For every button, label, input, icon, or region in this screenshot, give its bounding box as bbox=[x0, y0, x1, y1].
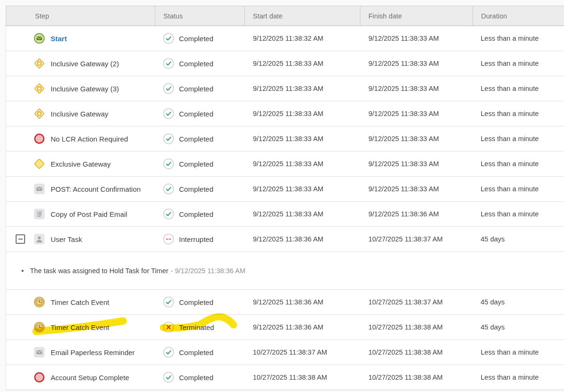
timer-event-icon bbox=[34, 321, 45, 333]
completed-check-icon bbox=[163, 158, 174, 169]
end-event-icon bbox=[34, 372, 45, 383]
status-label: Completed bbox=[179, 210, 214, 218]
duration: Less than a minute bbox=[473, 35, 564, 42]
completed-check-icon bbox=[163, 58, 174, 69]
status-label: Completed bbox=[179, 298, 214, 306]
column-header-duration: Duration bbox=[473, 6, 564, 26]
step-label: Email Paperless Reminder bbox=[51, 348, 135, 356]
duration: 45 days bbox=[473, 323, 564, 331]
terminated-x-icon bbox=[163, 321, 174, 333]
completed-check-icon bbox=[163, 108, 174, 119]
finish-date: 10/27/2025 11:38:37 AM bbox=[360, 298, 473, 306]
task-assignment-note-row: • The task was assigned to Hold Task for… bbox=[6, 252, 564, 290]
table-row: Copy of Post Paid Email Completed 9/12/2… bbox=[6, 202, 564, 227]
bullet-icon: • bbox=[21, 267, 24, 275]
start-date: 9/12/2025 11:38:33 AM bbox=[244, 85, 360, 92]
inclusive-gateway-icon bbox=[34, 83, 45, 94]
start-date: 9/12/2025 11:38:36 AM bbox=[244, 235, 360, 243]
completed-check-icon bbox=[163, 33, 174, 44]
interrupted-dashes-icon bbox=[163, 233, 174, 245]
step-label: No LCR Action Required bbox=[51, 135, 128, 143]
completed-check-icon bbox=[163, 183, 174, 195]
start-date: 9/12/2025 11:38:33 AM bbox=[244, 160, 360, 168]
message-task-icon bbox=[34, 183, 45, 195]
completed-check-icon bbox=[163, 372, 174, 383]
finish-date: 9/12/2025 11:38:36 AM bbox=[360, 210, 473, 218]
status-label: Completed bbox=[179, 374, 214, 382]
note-text: The task was assigned to Hold Task for T… bbox=[30, 267, 168, 275]
table-row: Account Setup Complete Completed 10/27/2… bbox=[6, 365, 564, 390]
duration: 45 days bbox=[473, 235, 564, 243]
table-row: POST: Account Confirmation Completed 9/1… bbox=[6, 177, 564, 202]
duration: Less than a minute bbox=[473, 160, 564, 168]
completed-check-icon bbox=[163, 208, 174, 220]
column-header-finish-date: Finish date bbox=[360, 6, 473, 26]
column-header-status: Status bbox=[155, 6, 244, 26]
collapse-row-button[interactable] bbox=[16, 234, 25, 244]
duration: Less than a minute bbox=[473, 60, 564, 67]
completed-check-icon bbox=[163, 347, 174, 358]
step-label: Inclusive Gateway (2) bbox=[51, 60, 119, 68]
status-label: Completed bbox=[179, 160, 214, 168]
table-header-row: Step Status Start date Finish date Durat… bbox=[6, 6, 564, 26]
step-label: Exclusive Gateway bbox=[51, 160, 111, 168]
status-label: Completed bbox=[179, 185, 214, 193]
table-row: Inclusive Gateway (2) Completed 9/12/202… bbox=[6, 51, 564, 76]
inclusive-gateway-icon bbox=[34, 58, 45, 69]
table-row-start: Start Completed 9/12/2025 11:38:32 AM 9/… bbox=[6, 26, 564, 51]
finish-date: 10/27/2025 11:38:38 AM bbox=[360, 348, 473, 356]
duration: Less than a minute bbox=[473, 374, 564, 381]
status-label: Completed bbox=[179, 348, 214, 356]
step-label: Timer Catch Event bbox=[51, 323, 109, 331]
status-label: Completed bbox=[179, 135, 214, 143]
start-date: 9/12/2025 11:38:33 AM bbox=[244, 185, 360, 193]
finish-date: 9/12/2025 11:38:33 AM bbox=[360, 135, 473, 143]
column-header-start-date: Start date bbox=[244, 6, 360, 26]
finish-date: 9/12/2025 11:38:33 AM bbox=[360, 35, 473, 42]
step-label: Timer Catch Event bbox=[51, 298, 109, 306]
start-date: 9/12/2025 11:38:33 AM bbox=[244, 135, 360, 143]
start-date: 10/27/2025 11:38:38 AM bbox=[244, 374, 360, 381]
duration: Less than a minute bbox=[473, 348, 564, 356]
step-label: Inclusive Gateway (3) bbox=[51, 85, 119, 93]
step-link[interactable]: Start bbox=[51, 35, 67, 43]
finish-date: 10/27/2025 11:38:38 AM bbox=[360, 374, 473, 381]
duration: Less than a minute bbox=[473, 210, 564, 218]
process-step-history-table: Step Status Start date Finish date Durat… bbox=[6, 6, 564, 390]
user-task-icon bbox=[34, 233, 45, 245]
table-row-highlighted: Timer Catch Event Terminated 9/12/2025 1… bbox=[6, 315, 564, 340]
finish-date: 9/12/2025 11:38:33 AM bbox=[360, 185, 473, 193]
table-row: Inclusive Gateway Completed 9/12/2025 11… bbox=[6, 101, 564, 126]
table-row: Email Paperless Reminder Completed 10/27… bbox=[6, 340, 564, 365]
status-label: Completed bbox=[179, 35, 214, 43]
step-label: Copy of Post Paid Email bbox=[51, 210, 127, 218]
status-label: Completed bbox=[179, 110, 214, 118]
start-date: 9/12/2025 11:38:33 AM bbox=[244, 110, 360, 117]
start-date: 9/12/2025 11:38:33 AM bbox=[244, 60, 360, 67]
start-date: 9/12/2025 11:38:32 AM bbox=[244, 35, 360, 42]
duration: 45 days bbox=[473, 298, 564, 306]
column-header-step: Step bbox=[6, 6, 155, 26]
duration: Less than a minute bbox=[473, 85, 564, 92]
status-label: Completed bbox=[179, 60, 214, 68]
status-label: Completed bbox=[179, 85, 214, 93]
finish-date: 9/12/2025 11:38:33 AM bbox=[360, 110, 473, 117]
start-date: 9/12/2025 11:38:36 AM bbox=[244, 298, 360, 306]
message-task-icon bbox=[34, 347, 45, 358]
table-row: Timer Catch Event Completed 9/12/2025 11… bbox=[6, 290, 564, 315]
timer-event-icon bbox=[34, 296, 45, 308]
script-task-icon bbox=[34, 208, 45, 220]
finish-date: 9/12/2025 11:38:33 AM bbox=[360, 160, 473, 168]
start-date: 10/27/2025 11:38:37 AM bbox=[244, 348, 360, 356]
inclusive-gateway-icon bbox=[34, 108, 45, 119]
minus-icon bbox=[18, 239, 23, 240]
status-label: Terminated bbox=[179, 323, 214, 331]
start-date: 9/12/2025 11:38:33 AM bbox=[244, 210, 360, 218]
note-timestamp: - 9/12/2025 11:38:36 AM bbox=[171, 267, 246, 275]
duration: Less than a minute bbox=[473, 135, 564, 143]
table-row: Inclusive Gateway (3) Completed 9/12/202… bbox=[6, 76, 564, 101]
start-event-icon bbox=[34, 33, 45, 44]
end-event-icon bbox=[34, 133, 45, 144]
status-label: Interrupted bbox=[179, 235, 214, 243]
exclusive-gateway-icon bbox=[34, 158, 45, 169]
